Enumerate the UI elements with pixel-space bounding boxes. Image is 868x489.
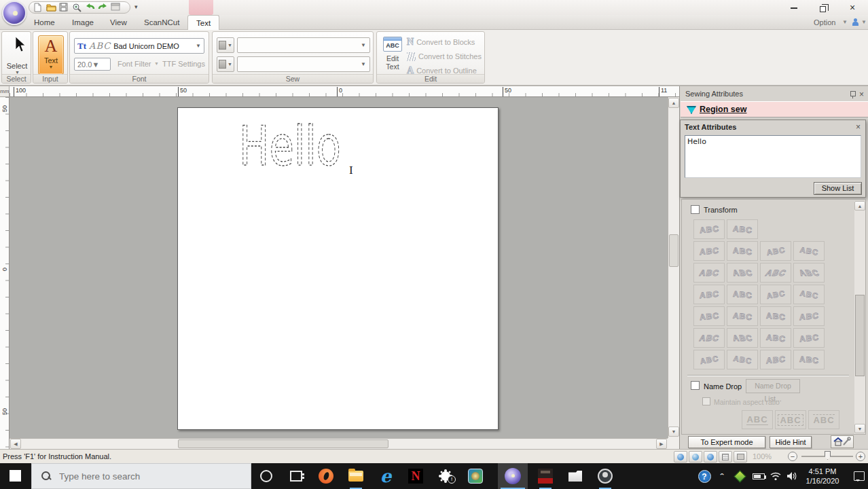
solid-view-button[interactable] [674,451,687,463]
text-tool-button[interactable]: A Text ▼ [38,35,64,75]
tray-volume-button[interactable] [784,463,800,489]
tab-image[interactable]: Image [64,15,102,30]
tray-wifi-button[interactable] [767,463,784,489]
taskbar-red-app-button[interactable] [530,463,560,489]
home-settings-button[interactable] [831,435,854,448]
design-page[interactable]: Hello I [177,107,499,430]
taskbar-file-explorer-button[interactable] [341,463,371,489]
edit-text-button[interactable]: ABC Edit Text [381,35,404,75]
pin-icon[interactable] [850,90,856,98]
scroll-up-arrow-icon[interactable]: ▲ [668,98,679,108]
taskbar-pe-design-button[interactable] [498,463,528,489]
transform-style-button[interactable]: ABC [760,306,791,326]
redo-icon[interactable] [98,3,108,12]
transform-style-button[interactable]: ABC [727,350,758,369]
design-canvas[interactable]: Hello I [10,97,668,438]
taskbar-origin-button[interactable] [311,463,341,489]
user-account-icon[interactable] [852,18,859,26]
horizontal-scroll-thumb[interactable] [178,439,388,448]
show-list-button[interactable]: Show List [814,182,862,195]
transform-style-button[interactable]: ABC [693,219,725,239]
ttf-settings-button[interactable]: TTF Settings [162,60,205,68]
transform-style-button[interactable]: ABC [793,328,825,348]
tab-home[interactable]: Home [26,15,63,30]
vertical-scroll-thumb[interactable] [669,234,679,267]
undo-icon[interactable] [85,3,95,12]
tab-scanncut[interactable]: ScanNCut [136,15,187,30]
font-filter-button[interactable]: Font Filter [117,60,151,68]
zoom-slider-thumb[interactable] [825,451,831,460]
text-attributes-input[interactable]: Hello [685,135,861,178]
transform-style-button[interactable]: ABC [760,328,791,348]
realistic-view-button[interactable] [704,451,717,463]
region-sew-section[interactable]: Region sew [681,101,868,117]
transform-style-button[interactable]: ABC [727,263,758,283]
taskbar-netflix-button[interactable]: N [401,463,431,489]
transform-style-button[interactable]: ABC [693,263,725,283]
transform-style-button[interactable]: ABC [760,285,791,304]
new-document-icon[interactable] [33,3,43,12]
reference-window-button[interactable] [734,451,747,463]
convert-to-stitches-button[interactable]: Convert to Stitches [407,50,483,63]
select-tool-button[interactable]: Select ▼ [6,36,28,74]
taskbar-snip-button[interactable] [560,463,590,489]
grid-view-button[interactable] [719,451,732,463]
tab-view[interactable]: View [102,15,135,30]
transform-style-button[interactable]: ABC [793,306,825,326]
font-family-dropdown[interactable]: Tt ABC Bad Unicorn DEMO ▼ [74,38,204,54]
embroidery-text-outline[interactable]: Hello [238,112,360,183]
zoom-icon[interactable] [72,3,82,12]
convert-to-blocks-button[interactable]: N Convert to Blocks [407,35,483,49]
vertical-scrollbar[interactable]: ▲ ▼ [668,97,679,438]
transform-style-button[interactable]: ABC [693,306,725,326]
taskbar-task-view-button[interactable] [281,463,311,489]
line-sew-type-dropdown[interactable]: ▼ [237,56,370,72]
tab-text-active[interactable]: Text [187,15,219,30]
save-icon[interactable] [59,3,69,12]
name-drop-style-overline-button[interactable]: ABC [808,410,839,429]
region-sew-type-dropdown[interactable]: ▼ [237,37,370,53]
zoom-out-button[interactable]: − [788,452,797,461]
to-expert-mode-button[interactable]: To Expert mode [688,436,765,448]
transform-style-button[interactable]: ABC [693,350,725,369]
taskbar-flux-button[interactable] [431,463,460,489]
horizontal-scrollbar[interactable]: ◀ ▶ [10,438,668,449]
scroll-down-arrow-icon[interactable]: ▼ [854,424,865,433]
text-attributes-close-icon[interactable]: × [856,122,861,132]
transform-style-button[interactable]: ABC [760,241,791,261]
transform-style-button[interactable]: ABC [793,263,825,283]
open-folder-icon[interactable] [46,3,56,12]
transform-style-button[interactable]: ABC [793,285,825,304]
transform-style-button[interactable]: ABC [793,350,825,369]
taskbar-obs-button[interactable] [590,463,620,489]
action-center-button[interactable] [850,463,868,489]
tray-battery-button[interactable] [750,463,767,489]
transform-style-button[interactable]: ABC [727,306,758,326]
tray-chevron-button[interactable]: ⌃ [715,463,729,489]
taskbar-edge-button[interactable]: e [371,463,401,489]
zoom-in-button[interactable]: + [856,452,865,461]
font-size-dropdown[interactable]: 20.0 ▼ [74,58,111,71]
transform-style-button[interactable]: ABC [793,241,825,261]
restore-button[interactable] [812,1,833,14]
scroll-left-arrow-icon[interactable]: ◀ [10,439,21,449]
qat-customize-dropdown[interactable]: ▾ [134,3,138,10]
option-menu[interactable]: Option [814,15,835,30]
name-drop-style-boxed-button[interactable]: ABC [775,410,806,429]
name-drop-style-underline-button[interactable]: ABC [742,410,773,429]
start-button[interactable] [0,463,31,489]
transform-style-button[interactable]: ABC [693,241,725,261]
search-input[interactable] [59,471,229,482]
line-color-button[interactable]: ▼ [217,56,234,72]
name-drop-checkbox[interactable] [691,381,700,390]
design-property-icon[interactable] [111,3,121,12]
taskbar-search-box[interactable] [31,463,251,489]
transform-style-button[interactable]: ABC [727,285,758,304]
hide-hint-button[interactable]: Hide Hint [770,436,812,448]
transform-style-button[interactable]: ABC [727,328,758,348]
transform-style-button[interactable]: ABC [727,241,758,261]
taskbar-green-app-button[interactable] [460,463,490,489]
transform-style-button[interactable]: ABC [727,219,758,239]
panel-close-icon[interactable]: × [859,90,864,99]
name-drop-list-button[interactable]: Name Drop List... [746,379,800,393]
